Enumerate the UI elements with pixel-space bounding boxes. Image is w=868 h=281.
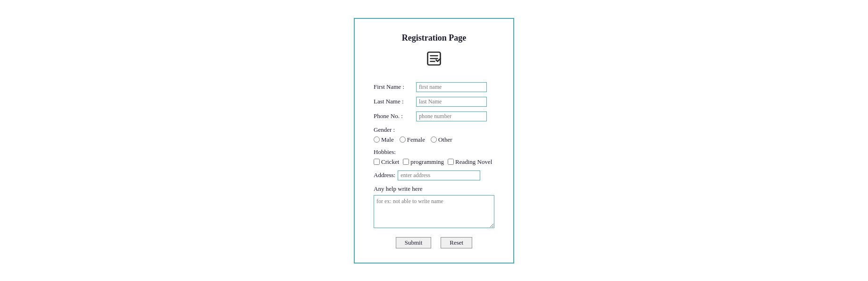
gender-label: Gender : bbox=[374, 126, 494, 134]
help-section: Any help write here bbox=[374, 185, 494, 237]
gender-other[interactable]: Other bbox=[431, 136, 452, 144]
reading-novel-checkbox[interactable] bbox=[448, 159, 454, 165]
address-label: Address: bbox=[374, 171, 395, 179]
gender-female-label: Female bbox=[407, 136, 425, 144]
first-name-input[interactable] bbox=[416, 82, 487, 92]
hobbies-section: Hobbies: Cricket programming Reading Nov… bbox=[374, 148, 494, 166]
phone-label: Phone No. : bbox=[374, 112, 416, 120]
gender-male-radio[interactable] bbox=[374, 136, 380, 143]
registration-form: Registration Page First Name : Last Name… bbox=[354, 18, 514, 264]
first-name-label: First Name : bbox=[374, 83, 416, 91]
help-textarea[interactable] bbox=[374, 195, 494, 228]
first-name-row: First Name : bbox=[374, 82, 494, 92]
last-name-input[interactable] bbox=[416, 97, 487, 107]
gender-section: Gender : Male Female Other bbox=[374, 126, 494, 144]
gender-other-radio[interactable] bbox=[431, 136, 437, 143]
gender-radio-group: Male Female Other bbox=[374, 136, 494, 144]
gender-female[interactable]: Female bbox=[400, 136, 425, 144]
hobbies-label: Hobbies: bbox=[374, 148, 494, 156]
help-label: Any help write here bbox=[374, 185, 494, 193]
gender-other-label: Other bbox=[438, 136, 452, 144]
cricket-label: Cricket bbox=[381, 158, 399, 166]
gender-male[interactable]: Male bbox=[374, 136, 394, 144]
button-row: Submit Reset bbox=[374, 237, 494, 248]
phone-input[interactable] bbox=[416, 111, 487, 121]
address-row: Address: bbox=[374, 170, 494, 180]
gender-female-radio[interactable] bbox=[400, 136, 406, 143]
last-name-row: Last Name : bbox=[374, 97, 494, 107]
submit-button[interactable]: Submit bbox=[396, 237, 432, 248]
hobby-reading-novel[interactable]: Reading Novel bbox=[448, 158, 492, 166]
programming-checkbox[interactable] bbox=[403, 159, 409, 165]
cricket-checkbox[interactable] bbox=[374, 159, 380, 165]
gender-male-label: Male bbox=[381, 136, 394, 144]
address-input[interactable] bbox=[398, 170, 480, 180]
reset-button[interactable]: Reset bbox=[441, 237, 472, 248]
hobby-programming[interactable]: programming bbox=[403, 158, 444, 166]
form-icon bbox=[374, 50, 494, 70]
last-name-label: Last Name : bbox=[374, 98, 416, 105]
page-title: Registration Page bbox=[374, 33, 494, 43]
programming-label: programming bbox=[410, 158, 444, 166]
hobby-cricket[interactable]: Cricket bbox=[374, 158, 399, 166]
hobbies-checkbox-group: Cricket programming Reading Novel bbox=[374, 158, 494, 166]
phone-row: Phone No. : bbox=[374, 111, 494, 121]
reading-novel-label: Reading Novel bbox=[455, 158, 492, 166]
